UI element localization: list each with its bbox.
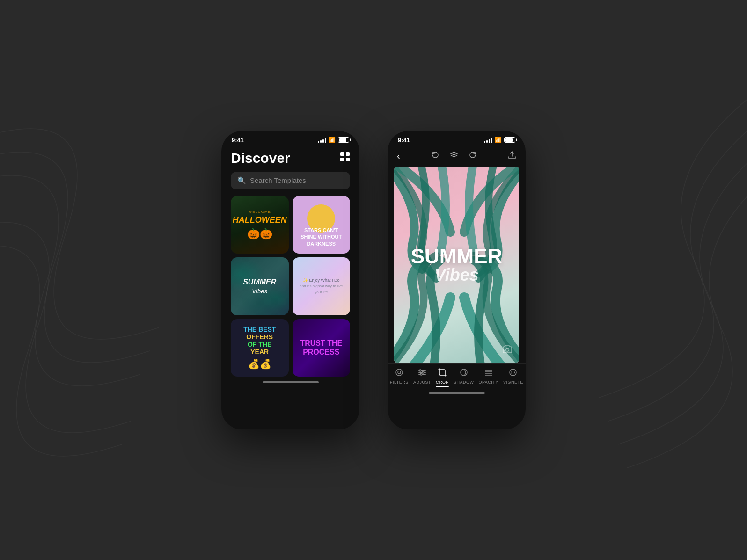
offers-text: THE BEST OFFERS OF THE YEAR (243, 326, 276, 356)
toolbar-right (508, 150, 516, 162)
bottom-toolbar: FILTERS ADJUST (388, 363, 526, 387)
home-indicator (221, 377, 359, 387)
opacity-label: OPACITY (479, 380, 498, 385)
phone-editor: 9:41 📶 ‹ (388, 131, 526, 429)
search-bar[interactable]: 🔍 Search Templates (231, 172, 350, 189)
phone-discover: 9:41 📶 Discover (221, 131, 359, 429)
svg-point-6 (398, 371, 401, 374)
battery-icon-2 (504, 137, 515, 143)
svg-point-13 (461, 369, 467, 376)
tool-crop[interactable]: CROP (436, 368, 449, 385)
svg-point-5 (396, 369, 403, 376)
svg-point-11 (422, 371, 424, 373)
halloween-emoji: 🎃🎃 (247, 228, 272, 240)
signal-bar-1 (318, 141, 319, 143)
trust-text: TRUST THE PROCESS (297, 339, 346, 356)
canvas-title-area: SUMMER Vibes (411, 246, 503, 284)
battery-icon (338, 137, 349, 143)
toolbar-left: ‹ (397, 151, 400, 161)
adjust-icon (418, 368, 426, 378)
halloween-welcome: WELCOME (249, 210, 271, 214)
editor-toolbar: ‹ (388, 146, 526, 167)
search-placeholder: Search Templates (250, 176, 306, 184)
export-button[interactable] (508, 150, 516, 162)
crop-icon (438, 368, 447, 378)
filters-icon (395, 368, 403, 378)
battery-fill (339, 138, 346, 142)
tool-shadow[interactable]: SHADOW (454, 368, 474, 385)
shadow-icon (460, 368, 468, 378)
svg-rect-1 (346, 152, 350, 156)
canvas-subtitle: Vibes (411, 267, 503, 284)
grid-icon-svg (340, 152, 350, 162)
grid-view-icon[interactable] (340, 152, 350, 164)
template-halloween[interactable]: WELCOME HALLOWEEN 🎃🎃 (231, 196, 289, 254)
opacity-icon (484, 368, 493, 378)
vignette-icon (509, 368, 517, 378)
summer-vibes-background: SUMMER Vibes (394, 167, 519, 363)
tool-adjust[interactable]: ADJUST (413, 368, 431, 385)
toolbar-center (431, 151, 477, 161)
offers-emoji: 💰💰 (248, 358, 271, 370)
svg-rect-2 (340, 158, 344, 161)
svg-rect-3 (346, 158, 350, 161)
home-bar (263, 381, 319, 383)
time-1: 9:41 (232, 137, 244, 144)
crop-label: CROP (436, 380, 449, 385)
tool-filters[interactable]: FILTERS (390, 368, 409, 385)
camera-icon (502, 344, 513, 356)
canvas-title: SUMMER (411, 246, 503, 267)
svg-point-10 (419, 370, 421, 371)
stars-text: STARS CAN'T SHINE WITHOUT DARKNESS (293, 227, 351, 247)
discover-header: Discover (221, 146, 359, 172)
shadow-label: SHADOW (454, 380, 474, 385)
svg-point-19 (512, 371, 515, 374)
search-icon: 🔍 (237, 176, 246, 185)
signal-bar-2 (320, 140, 322, 143)
wifi-icon-2: 📶 (495, 137, 502, 143)
status-bar-1: 9:41 📶 (221, 131, 359, 146)
summer-label: SUMMERVibes (243, 277, 276, 295)
signal-icon (318, 138, 326, 143)
status-icons-1: 📶 (318, 137, 349, 143)
status-bar-2: 9:41 📶 (388, 131, 526, 146)
filters-label: FILTERS (390, 380, 409, 385)
status-icons-2: 📶 (484, 137, 515, 143)
template-trust[interactable]: TRUST THE PROCESS (293, 319, 351, 377)
layers-button[interactable] (450, 151, 458, 161)
template-motivational[interactable]: ✨ Enjoy What I Do and it's a great way t… (293, 257, 351, 315)
adjust-label: ADJUST (413, 380, 431, 385)
motivational-text: ✨ Enjoy What I Do and it's a great way t… (297, 277, 346, 295)
vignette-label: VIGNETE (503, 380, 523, 385)
home-bar-2 (429, 392, 485, 394)
time-2: 9:41 (398, 137, 410, 144)
tool-opacity[interactable]: OPACITY (479, 368, 498, 385)
svg-point-4 (506, 348, 509, 351)
template-summer[interactable]: SUMMERVibes (231, 257, 289, 315)
template-stars[interactable]: STARS CAN'T SHINE WITHOUT DARKNESS (293, 196, 351, 254)
back-button[interactable]: ‹ (397, 151, 400, 161)
discover-title: Discover (231, 150, 290, 166)
halloween-title: HALLOWEEN (233, 216, 287, 225)
crop-active-indicator (436, 386, 449, 387)
home-indicator-2 (388, 387, 526, 398)
undo-button[interactable] (431, 151, 439, 161)
svg-rect-0 (340, 152, 344, 156)
signal-bar-3 (322, 139, 324, 143)
wifi-icon: 📶 (329, 137, 336, 143)
svg-point-12 (420, 373, 422, 375)
signal-icon-2 (484, 138, 492, 143)
svg-point-18 (510, 369, 516, 376)
template-grid: WELCOME HALLOWEEN 🎃🎃 STARS CAN'T SHINE W… (221, 196, 359, 377)
redo-button[interactable] (469, 151, 477, 161)
tool-vignette[interactable]: VIGNETE (503, 368, 523, 385)
template-offers[interactable]: THE BEST OFFERS OF THE YEAR 💰💰 (231, 319, 289, 377)
canvas-area[interactable]: SUMMER Vibes (394, 167, 519, 363)
phones-container: 9:41 📶 Discover (221, 131, 526, 429)
signal-bar-4 (325, 138, 326, 143)
